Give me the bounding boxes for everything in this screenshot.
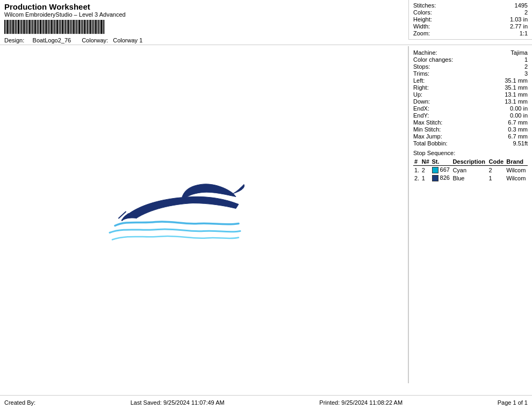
stops-value: 2 — [524, 63, 528, 70]
svg-rect-58 — [84, 20, 85, 34]
svg-rect-26 — [40, 20, 41, 34]
right-label: Right: — [413, 84, 429, 91]
printed-label: Printed: — [319, 399, 341, 406]
svg-rect-70 — [100, 20, 102, 34]
svg-rect-57 — [83, 20, 84, 34]
stop-sequence-table: # N# St. Description Code Brand 1. 2 667… — [413, 158, 528, 182]
left-label: Left: — [413, 77, 425, 84]
max-stitch-label: Max Stitch: — [413, 119, 442, 126]
colorway-value: Colorway 1 — [113, 37, 142, 43]
svg-rect-28 — [43, 20, 44, 34]
left-value: 35.1 mm — [505, 77, 528, 84]
cell-num: 2. — [413, 174, 421, 182]
svg-rect-39 — [59, 20, 59, 34]
svg-rect-15 — [25, 20, 26, 34]
cell-st: 667 — [431, 166, 452, 174]
svg-rect-62 — [90, 20, 91, 34]
stop-sequence-section: Stop Sequence: # N# St. Description Code… — [413, 150, 528, 182]
table-row: 2. 1 826 Blue 1 Wilcom — [413, 174, 528, 182]
svg-rect-46 — [68, 20, 69, 34]
cell-brand: Wilcom — [505, 166, 528, 174]
svg-rect-55 — [81, 20, 81, 34]
svg-rect-66 — [95, 20, 97, 34]
svg-rect-30 — [46, 20, 47, 34]
stop-sequence-title: Stop Sequence: — [413, 150, 528, 156]
color-changes-value: 1 — [524, 56, 528, 63]
canvas-area — [0, 46, 408, 383]
svg-rect-69 — [99, 20, 100, 34]
svg-rect-60 — [87, 20, 88, 34]
stitches-label: Stitches: — [413, 2, 436, 9]
svg-rect-65 — [94, 20, 95, 34]
cell-st: 826 — [431, 174, 452, 182]
right-value: 35.1 mm — [505, 84, 528, 91]
svg-rect-45 — [67, 20, 67, 34]
up-value: 13.1 mm — [505, 91, 528, 98]
cell-n: 1 — [421, 174, 431, 182]
svg-rect-1 — [6, 20, 6, 34]
cell-description: Blue — [451, 174, 487, 182]
svg-rect-52 — [76, 20, 77, 34]
svg-rect-19 — [31, 20, 31, 34]
last-saved: Last Saved: 9/25/2024 11:07:49 AM — [131, 399, 225, 406]
total-bobbin-value: 9.51ft — [513, 140, 528, 147]
zoom-label: Zoom: — [413, 30, 430, 36]
svg-rect-34 — [51, 20, 53, 34]
svg-rect-33 — [50, 20, 51, 34]
max-jump-label: Max Jump: — [413, 133, 442, 140]
color-swatch — [432, 167, 438, 173]
svg-rect-25 — [39, 20, 39, 34]
svg-rect-49 — [72, 20, 73, 34]
svg-rect-22 — [34, 20, 36, 34]
colors-label: Colors: — [413, 9, 432, 16]
svg-rect-11 — [20, 20, 20, 34]
svg-rect-17 — [28, 20, 28, 34]
min-stitch-value: 0.3 mm — [508, 126, 528, 133]
trims-value: 3 — [524, 70, 528, 77]
svg-rect-9 — [17, 20, 17, 34]
cell-n: 2 — [421, 166, 431, 174]
down-label: Down: — [413, 98, 430, 105]
svg-rect-38 — [56, 20, 58, 34]
barcode-image — [4, 20, 105, 35]
down-value: 13.1 mm — [505, 98, 528, 105]
cell-code: 1 — [488, 174, 506, 182]
col-header-description: Description — [451, 158, 487, 166]
page-number: Page 1 of 1 — [498, 399, 528, 406]
svg-rect-13 — [23, 20, 23, 34]
col-header-n: N# — [421, 158, 431, 166]
total-bobbin-label: Total Bobbin: — [413, 140, 448, 147]
svg-rect-32 — [48, 20, 49, 34]
svg-rect-47 — [69, 20, 70, 34]
svg-rect-0 — [4, 20, 5, 34]
svg-rect-18 — [29, 20, 31, 34]
color-swatch — [432, 175, 438, 181]
svg-rect-3 — [9, 20, 9, 34]
endy-value: 0.00 in — [510, 112, 528, 119]
height-value: 1.03 in — [510, 16, 528, 23]
colors-value: 2 — [524, 9, 528, 16]
col-header-st: St. — [431, 158, 452, 166]
endx-value: 0.00 in — [510, 105, 528, 112]
col-header-num: # — [413, 158, 421, 166]
svg-rect-6 — [12, 20, 14, 34]
endy-label: EndY: — [413, 112, 429, 119]
cell-description: Cyan — [451, 166, 487, 174]
info-panel: Machine: Tajima Color changes: 1 Stops: … — [408, 46, 532, 383]
cell-brand: Wilcom — [505, 174, 528, 182]
printed: Printed: 9/25/2024 11:08:22 AM — [319, 399, 402, 406]
cell-code: 2 — [488, 166, 506, 174]
up-label: Up: — [413, 91, 422, 98]
svg-rect-23 — [37, 20, 37, 34]
printed-value: 9/25/2024 11:08:22 AM — [341, 399, 402, 406]
color-changes-label: Color changes: — [413, 56, 453, 63]
svg-rect-56 — [82, 20, 83, 34]
max-stitch-value: 6.7 mm — [508, 119, 528, 126]
width-label: Width: — [413, 23, 430, 30]
width-value: 2.77 in — [510, 23, 528, 30]
svg-rect-10 — [18, 20, 19, 34]
trims-label: Trims: — [413, 70, 429, 77]
svg-rect-36 — [54, 20, 55, 34]
col-header-code: Code — [488, 158, 506, 166]
embroidery-preview — [96, 177, 247, 253]
